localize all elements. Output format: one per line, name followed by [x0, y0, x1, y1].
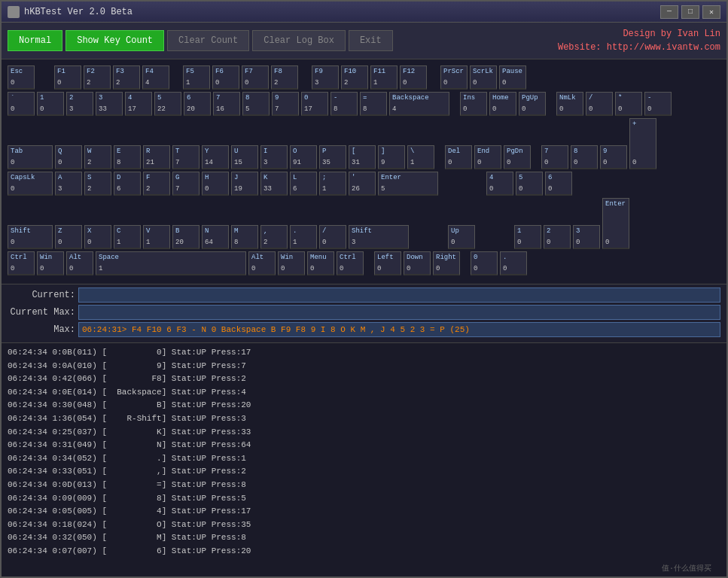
key-minus[interactable]: -8 — [330, 92, 358, 116]
key-3[interactable]: 333 — [96, 92, 123, 116]
key-0[interactable]: 017 — [301, 92, 328, 116]
key-pgdn[interactable]: PgDn0 — [504, 145, 531, 169]
key-u[interactable]: U15 — [231, 145, 258, 169]
key-c[interactable]: C1 — [114, 225, 141, 249]
key-num1[interactable]: 10 — [514, 225, 541, 249]
key-z[interactable]: Z0 — [55, 225, 82, 249]
key-1[interactable]: 10 — [37, 92, 64, 116]
key-scrlk[interactable]: ScrLk0 — [470, 65, 497, 90]
key-9[interactable]: 97 — [272, 92, 299, 116]
clear-count-button[interactable]: Clear Count — [167, 30, 249, 51]
key-f4[interactable]: F44 — [142, 65, 169, 90]
key-o[interactable]: O91 — [290, 145, 317, 169]
key-lalt[interactable]: Alt0 — [66, 251, 93, 275]
key-5[interactable]: 522 — [154, 92, 181, 116]
key-up[interactable]: Up0 — [448, 225, 475, 249]
key-tab[interactable]: Tab0 — [8, 145, 53, 169]
key-v[interactable]: V1 — [143, 225, 170, 249]
key-r[interactable]: R21 — [143, 145, 170, 169]
key-f10[interactable]: F102 — [341, 65, 368, 90]
log-content[interactable]: 06:24:34 0:0B(011) [ 0] Stat:UP Press:17… — [2, 343, 726, 576]
key-f2[interactable]: F22 — [84, 65, 111, 90]
key-pause[interactable]: Pause0 — [499, 65, 526, 90]
normal-button[interactable]: Normal — [8, 30, 62, 51]
key-rbracket[interactable]: ]9 — [378, 145, 405, 169]
key-enter[interactable]: Enter5 — [378, 172, 438, 196]
key-down[interactable]: Down0 — [404, 251, 431, 275]
key-quote[interactable]: '26 — [349, 172, 376, 196]
key-l[interactable]: L6 — [290, 172, 317, 196]
key-ralt[interactable]: Alt0 — [248, 251, 276, 275]
minimize-button[interactable]: ─ — [660, 5, 678, 19]
key-lshift[interactable]: Shift0 — [8, 225, 53, 249]
key-f3[interactable]: F32 — [113, 65, 140, 90]
key-rshift[interactable]: Shift3 — [349, 225, 409, 249]
key-backtick[interactable]: `0 — [8, 92, 35, 116]
key-f7[interactable]: F70 — [242, 65, 269, 90]
key-e[interactable]: E8 — [114, 145, 141, 169]
key-f8[interactable]: F82 — [271, 65, 298, 90]
key-del[interactable]: Del0 — [445, 145, 472, 169]
key-num5[interactable]: 50 — [516, 172, 543, 196]
key-f9[interactable]: F93 — [312, 65, 339, 90]
key-right[interactable]: Right0 — [433, 251, 460, 275]
maximize-button[interactable]: □ — [681, 5, 699, 19]
key-lwin[interactable]: Win0 — [37, 251, 64, 275]
key-num7[interactable]: 70 — [541, 145, 568, 169]
key-numlk[interactable]: NmLk0 — [556, 92, 583, 116]
key-backspace[interactable]: Backspace4 — [389, 92, 449, 116]
key-num-minus[interactable]: -0 — [644, 92, 672, 116]
key-num-dot[interactable]: .0 — [500, 251, 527, 275]
key-f[interactable]: F2 — [143, 172, 170, 196]
key-semicolon[interactable]: ;1 — [319, 172, 346, 196]
key-num0[interactable]: 00 — [471, 251, 498, 275]
exit-button[interactable]: Exit — [349, 30, 393, 51]
key-comma[interactable]: ,2 — [260, 225, 288, 249]
key-lbracket[interactable]: [31 — [349, 145, 376, 169]
key-s[interactable]: S2 — [84, 172, 111, 196]
key-6[interactable]: 620 — [184, 92, 211, 116]
clear-log-box-button[interactable]: Clear Log Box — [252, 30, 346, 51]
key-7[interactable]: 716 — [213, 92, 240, 116]
key-2[interactable]: 23 — [66, 92, 93, 116]
key-n[interactable]: N64 — [202, 225, 229, 249]
key-i[interactable]: I3 — [260, 145, 288, 169]
key-slash[interactable]: /0 — [319, 225, 346, 249]
key-k[interactable]: K33 — [260, 172, 288, 196]
key-p[interactable]: P35 — [319, 145, 346, 169]
key-f6[interactable]: F60 — [212, 65, 239, 90]
key-num-enter[interactable]: Enter0 — [602, 198, 629, 249]
key-b[interactable]: B20 — [172, 225, 200, 249]
key-equals[interactable]: =8 — [360, 92, 387, 116]
key-j[interactable]: J19 — [231, 172, 258, 196]
key-t[interactable]: T7 — [172, 145, 200, 169]
key-period[interactable]: .1 — [290, 225, 317, 249]
key-h[interactable]: H0 — [202, 172, 229, 196]
key-num6[interactable]: 60 — [545, 172, 572, 196]
key-f1[interactable]: F10 — [54, 65, 81, 90]
key-m[interactable]: M8 — [231, 225, 258, 249]
current-input[interactable] — [78, 287, 720, 303]
key-f11[interactable]: F111 — [370, 65, 398, 90]
close-button[interactable]: ✕ — [702, 5, 720, 19]
key-esc[interactable]: Esc0 — [8, 65, 35, 90]
key-space[interactable]: Space1 — [96, 251, 246, 275]
key-num8[interactable]: 80 — [571, 145, 598, 169]
key-q[interactable]: Q0 — [55, 145, 82, 169]
key-g[interactable]: G7 — [172, 172, 200, 196]
key-num4[interactable]: 40 — [486, 172, 513, 196]
key-d[interactable]: D6 — [114, 172, 141, 196]
key-x[interactable]: X0 — [84, 225, 111, 249]
key-caps[interactable]: CapsLk0 — [8, 172, 53, 196]
key-num-slash[interactable]: /0 — [586, 92, 613, 116]
current-max-input[interactable] — [78, 305, 720, 320]
key-f5[interactable]: F51 — [183, 65, 210, 90]
key-prscr[interactable]: PrScr0 — [440, 65, 468, 90]
key-ins[interactable]: Ins0 — [460, 92, 487, 116]
key-home[interactable]: Home0 — [489, 92, 516, 116]
key-w[interactable]: W2 — [84, 145, 111, 169]
key-end[interactable]: End0 — [474, 145, 501, 169]
key-num3[interactable]: 30 — [573, 225, 600, 249]
key-lctrl[interactable]: Ctrl0 — [8, 251, 35, 275]
key-num9[interactable]: 90 — [600, 145, 627, 169]
